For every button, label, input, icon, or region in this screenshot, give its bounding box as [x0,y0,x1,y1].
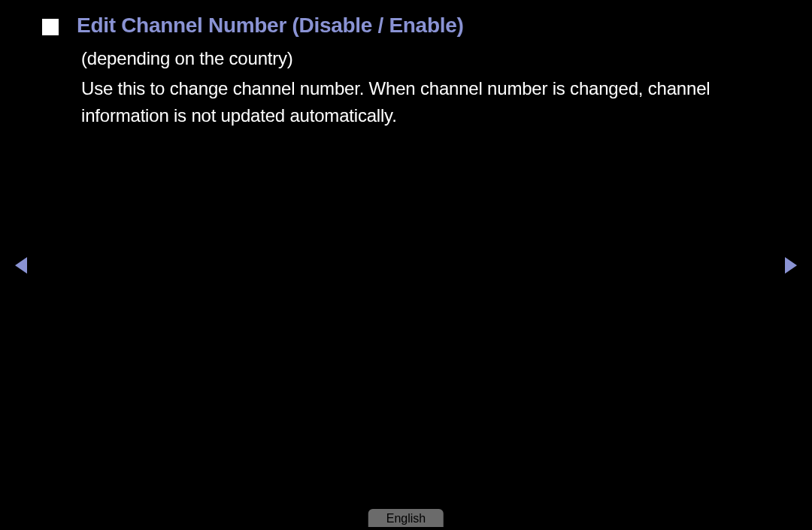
svg-marker-1 [785,257,797,274]
subtitle-text: (depending on the country) [81,45,770,72]
content-area: Edit Channel Number (Disable / Enable) (… [0,0,812,129]
header-row: Edit Channel Number (Disable / Enable) [42,14,770,38]
language-badge: English [368,509,444,527]
svg-marker-0 [15,257,27,274]
previous-page-button[interactable] [14,256,29,275]
bullet-square-icon [42,19,59,35]
page-title: Edit Channel Number (Disable / Enable) [77,14,463,38]
next-page-button[interactable] [783,256,798,275]
arrow-left-icon [14,256,29,275]
arrow-right-icon [783,256,798,275]
description-text: Use this to change channel number. When … [81,75,770,129]
